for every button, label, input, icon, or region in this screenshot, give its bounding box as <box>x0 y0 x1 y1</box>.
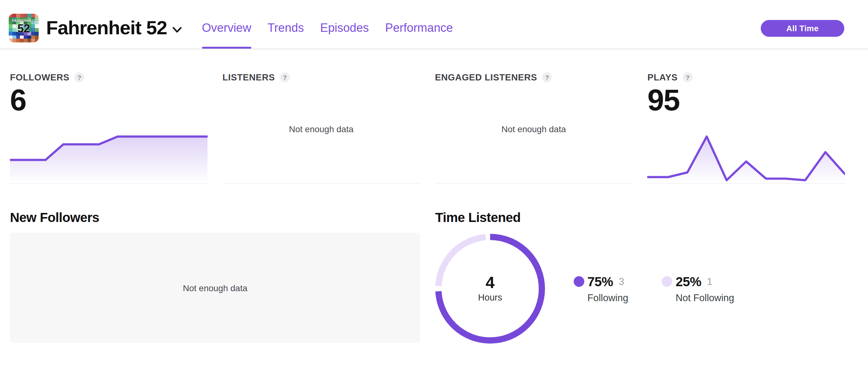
tab-trends[interactable]: Trends <box>268 7 304 49</box>
new-followers-section: New Followers Not enough data <box>10 210 420 347</box>
legend-dot-not-following <box>662 276 673 287</box>
tab-overview[interactable]: Overview <box>202 7 251 49</box>
legend-dot-following <box>574 276 584 287</box>
legend-label-following: Following <box>587 292 628 303</box>
donut-svg <box>432 230 549 347</box>
help-icon[interactable]: ? <box>683 72 693 82</box>
page-title: Fahrenheit 52 <box>46 17 167 39</box>
plays-sparkline-chart <box>648 124 845 183</box>
show-switcher[interactable]: FAHRENHEIT 52 Fahrenheit 52 <box>9 14 182 42</box>
legend-item-not-following: 25% 1 Not Following <box>662 274 734 303</box>
stat-engaged-listeners-empty-text: Not enough data <box>435 124 632 134</box>
show-artwork-text-number: 52 <box>9 23 39 35</box>
donut-legend: 75% 3 Following 25% 1 Not Following <box>574 274 734 303</box>
legend-count-not-following: 1 <box>707 276 712 287</box>
time-listened-donut-chart: 4 Hours <box>432 230 549 347</box>
followers-sparkline-chart <box>10 124 208 183</box>
nav-tabs: Overview Trends Episodes Performance <box>202 7 453 49</box>
tab-performance[interactable]: Performance <box>385 7 453 49</box>
legend-label-not-following: Not Following <box>676 292 734 303</box>
new-followers-title: New Followers <box>10 210 420 226</box>
new-followers-empty-panel: Not enough data <box>10 233 420 343</box>
legend-item-following: 75% 3 Following <box>574 274 628 303</box>
stat-followers: FOLLOWERS ? 6 <box>10 70 208 184</box>
stat-listeners-label: LISTENERS <box>223 72 275 82</box>
stat-listeners-empty-text: Not enough data <box>223 124 420 134</box>
stat-engaged-listeners: ENGAGED LISTENERS ? Not enough data <box>435 70 632 184</box>
stat-followers-value: 6 <box>10 85 208 115</box>
show-artwork: FAHRENHEIT 52 <box>9 14 39 42</box>
legend-percent-following: 75% <box>587 274 613 289</box>
stat-plays-value: 95 <box>648 85 845 115</box>
stats-row: FOLLOWERS ? 6 LISTENERS ? Not enough dat… <box>0 70 868 184</box>
help-icon[interactable]: ? <box>74 72 85 82</box>
tab-episodes[interactable]: Episodes <box>320 7 369 49</box>
analytics-dashboard: FAHRENHEIT 52 Fahrenheit 52 Overview Tre… <box>0 0 868 366</box>
show-artwork-text-top: FAHRENHEIT <box>9 19 39 23</box>
stat-followers-label: FOLLOWERS <box>10 72 69 82</box>
legend-percent-not-following: 25% <box>676 274 701 289</box>
time-listened-title: Time Listened <box>435 210 845 226</box>
stat-listeners: LISTENERS ? Not enough data <box>223 70 420 184</box>
help-icon[interactable]: ? <box>542 72 552 82</box>
stat-engaged-listeners-label: ENGAGED LISTENERS <box>435 72 537 82</box>
new-followers-empty-text: Not enough data <box>183 283 247 293</box>
legend-count-following: 3 <box>619 276 624 287</box>
stat-plays-label: PLAYS <box>648 72 678 82</box>
help-icon[interactable]: ? <box>280 72 290 82</box>
bottom-sections: New Followers Not enough data Time Liste… <box>0 210 868 347</box>
chevron-down-icon[interactable] <box>172 27 182 33</box>
time-range-button[interactable]: All Time <box>761 20 844 36</box>
stat-plays: PLAYS ? 95 <box>648 70 845 184</box>
time-listened-section: Time Listened 4 Hours 75% 3 <box>435 210 845 347</box>
header: FAHRENHEIT 52 Fahrenheit 52 Overview Tre… <box>0 0 868 49</box>
